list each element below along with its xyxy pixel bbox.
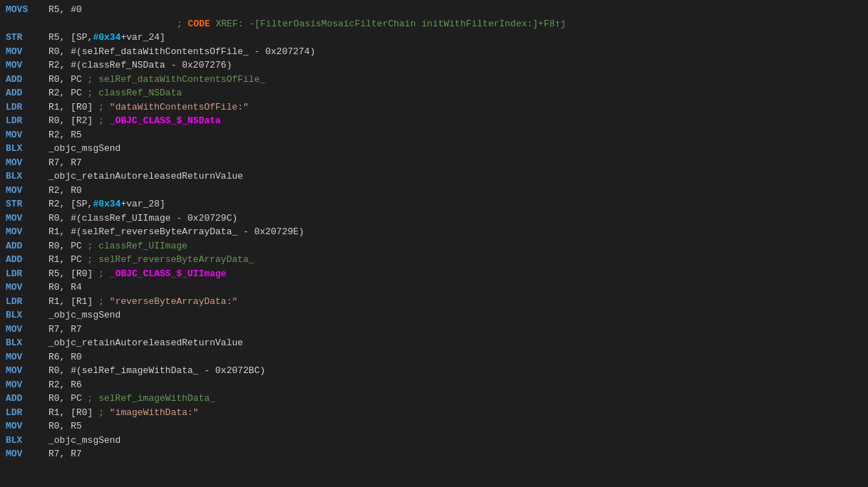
operands: _objc_msgSend [48, 434, 862, 448]
objc-class-ref: _OBJC_CLASS_$_UIImage [110, 268, 227, 279]
operands: R0, #(selRef_imageWithData_ - 0x2072BC) [48, 364, 862, 378]
operands: _objc_retainAutoreleasedReturnValue [48, 336, 862, 350]
code-line: MOV R0, #(classRef_UIImage - 0x20729C) [0, 211, 868, 226]
code-line: LDR R1, [R1] ; "reverseByteArrayData:" [0, 295, 868, 309]
code-line: LDR R5, [R0] ; _OBJC_CLASS_$_UIImage [0, 267, 868, 281]
operands: R2, R6 [48, 378, 862, 392]
mnemonic: MOV [6, 225, 48, 239]
operands: R2, #(classRef_NSData - 0x207276) [48, 58, 862, 73]
operands: R0, #(selRef_dataWithContentsOfFile_ - 0… [48, 45, 862, 59]
operands: R0, PC ; selRef_dataWithContentsOfFile_ [48, 73, 862, 87]
code-line: MOV R6, R0 [0, 350, 868, 365]
operands: R0, R4 [48, 281, 862, 295]
mnemonic: MOV [6, 45, 48, 59]
code-line: ADD R0, PC ; selRef_imageWithData_ [0, 392, 868, 406]
comment: ; _OBJC_CLASS_$_UIImage [98, 268, 226, 279]
code-line: MOV R0, R4 [0, 281, 868, 295]
code-line: MOV R2, R6 [0, 378, 868, 392]
code-line: BLX _objc_retainAutoreleasedReturnValue [0, 336, 868, 350]
mnemonic: MOVS [6, 3, 48, 17]
operands: R6, R0 [48, 350, 862, 365]
code-line: MOV R2, #(classRef_NSData - 0x207276) [0, 58, 868, 73]
code-line: MOV R7, R7 [0, 447, 868, 461]
mnemonic: BLX [6, 336, 48, 350]
xref-line: ; CODE XREF: -[FilterOasisMosaicFilterCh… [0, 17, 868, 31]
mnemonic: ADD [6, 73, 48, 87]
operands: R7, R7 [48, 447, 862, 461]
comment: ; selRef_imageWithData_ [88, 393, 215, 404]
mnemonic: MOV [6, 281, 48, 295]
code-line: BLX _objc_msgSend [0, 308, 868, 323]
mnemonic: MOV [6, 323, 48, 337]
code-line: LDR R1, [R0] ; "dataWithContentsOfFile:" [0, 100, 868, 115]
code-line: ADD R0, PC ; selRef_dataWithContentsOfFi… [0, 73, 868, 87]
mnemonic: ADD [6, 392, 48, 406]
code-line: MOV R2, R5 [0, 128, 868, 142]
comment: ; selRef_reverseByteArrayData_ [88, 254, 254, 265]
mnemonic: LDR [6, 295, 48, 309]
code-line: BLX _objc_msgSend [0, 142, 868, 156]
comment: ; "reverseByteArrayData:" [98, 296, 237, 307]
mnemonic: ADD [6, 239, 48, 253]
operands: R1, #(selRef_reverseByteArrayData_ - 0x2… [48, 225, 862, 239]
operands: R0, R5 [48, 419, 862, 434]
code-line: STR R2, [SP,#0x34+var_28] [0, 197, 868, 211]
code-line: MOV R7, R7 [0, 156, 868, 170]
operands: R2, R0 [48, 184, 862, 198]
mnemonic: BLX [6, 434, 48, 448]
mnemonic: ADD [6, 86, 48, 100]
mnemonic: BLX [6, 169, 48, 184]
mnemonic: LDR [6, 267, 48, 281]
code-line: ADD R2, PC ; classRef_NSData [0, 86, 868, 100]
mnemonic: MOV [6, 156, 48, 170]
comment: ; selRef_dataWithContentsOfFile_ [88, 74, 266, 85]
mnemonic: MOV [6, 211, 48, 226]
mnemonic: BLX [6, 308, 48, 323]
string-value: "dataWithContentsOfFile:" [110, 102, 249, 112]
mnemonic: LDR [6, 114, 48, 128]
mnemonic: LDR [6, 406, 48, 420]
mnemonic: MOV [6, 350, 48, 365]
operands: R0, [R2] ; _OBJC_CLASS_$_NSData [48, 114, 862, 128]
operands: R7, R7 [48, 156, 862, 170]
mnemonic: STR [6, 197, 48, 211]
comment: ; classRef_NSData [88, 88, 182, 98]
code-line: ADD R0, PC ; classRef_UIImage [0, 239, 868, 253]
operands: R0, PC ; classRef_UIImage [48, 239, 862, 253]
mnemonic: MOV [6, 364, 48, 378]
operands: _objc_msgSend [48, 142, 862, 156]
objc-class-ref: _OBJC_CLASS_$_NSData [110, 115, 221, 126]
hex-value: #0x34 [93, 32, 120, 43]
string-value: "reverseByteArrayData:" [110, 296, 237, 307]
operands: R1, [R1] ; "reverseByteArrayData:" [48, 295, 862, 309]
comment: ; _OBJC_CLASS_$_NSData [98, 115, 221, 126]
code-line: MOVS R5, #0 [0, 3, 868, 17]
code-line: MOV R0, #(selRef_dataWithContentsOfFile_… [0, 45, 868, 59]
operands: _objc_msgSend [48, 308, 862, 323]
code-line: ADD R1, PC ; selRef_reverseByteArrayData… [0, 253, 868, 267]
comment: ; classRef_UIImage [88, 241, 187, 251]
code-line: LDR R0, [R2] ; _OBJC_CLASS_$_NSData [0, 114, 868, 128]
mnemonic: BLX [6, 142, 48, 156]
operands: R1, [R0] ; "dataWithContentsOfFile:" [48, 100, 862, 115]
operands: R0, #(classRef_UIImage - 0x20729C) [48, 211, 862, 226]
code-line: MOV R7, R7 [0, 323, 868, 337]
mnemonic: MOV [6, 184, 48, 198]
code-line: STR R5, [SP,#0x34+var_24] [0, 31, 868, 45]
comment: ; "dataWithContentsOfFile:" [98, 102, 249, 112]
code-line: BLX _objc_retainAutoreleasedReturnValue [0, 169, 868, 184]
mnemonic: MOV [6, 378, 48, 392]
indent-space [6, 17, 177, 31]
mnemonic: ADD [6, 253, 48, 267]
comment: ; "imageWithData:" [98, 407, 198, 418]
hex-value: #0x34 [93, 199, 120, 209]
mnemonic: MOV [6, 419, 48, 434]
operands: R1, PC ; selRef_reverseByteArrayData_ [48, 253, 862, 267]
code-line: MOV R0, #(selRef_imageWithData_ - 0x2072… [0, 364, 868, 378]
code-line: MOV R2, R0 [0, 184, 868, 198]
code-line: LDR R1, [R0] ; "imageWithData:" [0, 406, 868, 420]
operands: R7, R7 [48, 323, 862, 337]
mnemonic: LDR [6, 100, 48, 115]
string-value: "imageWithData:" [110, 407, 199, 418]
code-line: BLX _objc_msgSend [0, 434, 868, 448]
